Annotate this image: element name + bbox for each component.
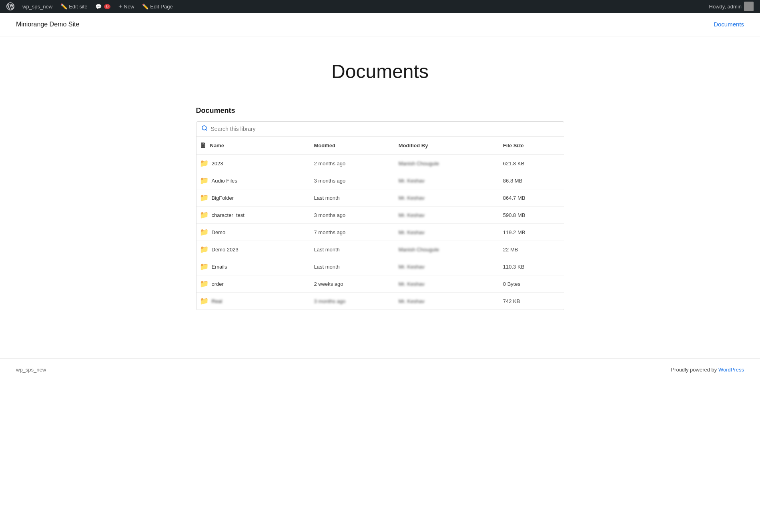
edit-page-icon: ✏️ bbox=[142, 4, 148, 10]
table-row[interactable]: 📁 Demo 7 months agoMr. Keshav119.2 MB bbox=[197, 224, 564, 241]
howdy-section: Howdy, admin bbox=[706, 2, 757, 11]
table-row[interactable]: 📁 2023 2 months agoManish Chougule621.8 … bbox=[197, 155, 564, 172]
site-footer: wp_sps_new Proudly powered by WordPress bbox=[0, 358, 760, 381]
cell-modified: 3 months ago bbox=[311, 293, 395, 310]
edit-site-label: Edit site bbox=[69, 4, 87, 10]
cell-modified: 7 months ago bbox=[311, 224, 395, 241]
avatar bbox=[744, 2, 754, 11]
comment-count: 0 bbox=[104, 4, 110, 9]
plus-icon: + bbox=[118, 3, 122, 10]
table-row[interactable]: 📁 Emails Last monthMr. Keshav110.3 KB bbox=[197, 258, 564, 275]
cell-name: 📁 2023 bbox=[197, 155, 311, 172]
cell-name: 📁 Demo bbox=[197, 224, 311, 241]
nav-documents-link[interactable]: Documents bbox=[714, 21, 744, 28]
folder-name: BigFolder bbox=[212, 195, 234, 201]
folder-name: Demo 2023 bbox=[212, 247, 239, 253]
cell-modified: Last month bbox=[311, 189, 395, 207]
cell-modified: 3 months ago bbox=[311, 172, 395, 189]
site-name-button[interactable]: wp_sps_new bbox=[19, 2, 56, 11]
cell-modified-by: Mr. Keshav bbox=[395, 275, 500, 293]
cell-file-size: 86.8 MB bbox=[500, 172, 564, 189]
footer-site-name: wp_sps_new bbox=[16, 367, 46, 373]
folder-icon: 📁 bbox=[200, 297, 209, 305]
new-button[interactable]: + New bbox=[115, 1, 137, 12]
cell-modified: Last month bbox=[311, 241, 395, 258]
folder-name: Emails bbox=[212, 264, 227, 270]
wordpress-link[interactable]: WordPress bbox=[718, 367, 744, 373]
site-name-label: wp_sps_new bbox=[22, 4, 52, 10]
wp-logo-button[interactable] bbox=[3, 1, 18, 12]
cell-file-size: 110.3 KB bbox=[500, 258, 564, 275]
admin-bar: wp_sps_new ✏️ Edit site 💬 0 + New ✏️ Edi… bbox=[0, 0, 760, 13]
table-header: 🗎 Name Modified Modified By File Size bbox=[197, 137, 564, 155]
folder-icon: 📁 bbox=[200, 159, 209, 168]
howdy-text: Howdy, admin bbox=[709, 4, 742, 10]
col-modified-header: Modified bbox=[311, 137, 395, 155]
cell-modified: Last month bbox=[311, 258, 395, 275]
search-icon bbox=[201, 125, 208, 133]
table-body: 📁 2023 2 months agoManish Chougule621.8 … bbox=[197, 155, 564, 310]
cell-file-size: 119.2 MB bbox=[500, 224, 564, 241]
comment-icon: 💬 bbox=[95, 4, 102, 10]
cell-name: 📁 character_test bbox=[197, 207, 311, 224]
col-filesize-header: File Size bbox=[500, 137, 564, 155]
folder-icon: 📁 bbox=[200, 245, 209, 254]
col-modifiedby-header: Modified By bbox=[395, 137, 500, 155]
cell-file-size: 621.8 KB bbox=[500, 155, 564, 172]
footer-powered-by: Proudly powered by WordPress bbox=[671, 367, 744, 373]
cell-modified-by: Manish Chougule bbox=[395, 155, 500, 172]
cell-modified: 2 weeks ago bbox=[311, 275, 395, 293]
folder-icon: 📁 bbox=[200, 228, 209, 237]
cell-modified-by: Mr. Keshav bbox=[395, 224, 500, 241]
folder-icon: 📁 bbox=[200, 176, 209, 185]
cell-modified: 3 months ago bbox=[311, 207, 395, 224]
folder-icon: 📁 bbox=[200, 211, 209, 219]
cell-name: 📁 Emails bbox=[197, 258, 311, 275]
documents-section-title: Documents bbox=[196, 106, 564, 115]
library-container: 🗎 Name Modified Modified By File Size 📁 … bbox=[196, 121, 564, 310]
folder-name: Real bbox=[212, 298, 223, 304]
cell-file-size: 0 Bytes bbox=[500, 275, 564, 293]
folder-name: Audio Files bbox=[212, 178, 237, 184]
cell-name: 📁 Audio Files bbox=[197, 172, 311, 189]
folder-name: order bbox=[212, 281, 224, 287]
table-row[interactable]: 📁 Demo 2023 Last monthManish Chougule22 … bbox=[197, 241, 564, 258]
site-header: Miniorange Demo Site Documents bbox=[0, 13, 760, 36]
folder-icon: 📁 bbox=[200, 279, 209, 288]
folder-name: Demo bbox=[212, 229, 226, 235]
svg-line-1 bbox=[206, 129, 207, 130]
cell-file-size: 864.7 MB bbox=[500, 189, 564, 207]
documents-table: 🗎 Name Modified Modified By File Size 📁 … bbox=[197, 137, 564, 310]
table-row[interactable]: 📁 Real 3 months agoMr. Keshav742 KB bbox=[197, 293, 564, 310]
search-input[interactable] bbox=[211, 126, 559, 132]
table-wrap: 🗎 Name Modified Modified By File Size 📁 … bbox=[197, 137, 564, 310]
cell-modified-by: Mr. Keshav bbox=[395, 172, 500, 189]
cell-file-size: 742 KB bbox=[500, 293, 564, 310]
table-row[interactable]: 📁 Audio Files 3 months agoMr. Keshav86.8… bbox=[197, 172, 564, 189]
edit-site-icon: ✏️ bbox=[60, 3, 67, 10]
edit-page-label: Edit Page bbox=[150, 4, 172, 10]
page-title: Documents bbox=[196, 60, 564, 82]
edit-page-button[interactable]: ✏️ Edit Page bbox=[139, 2, 176, 11]
table-row[interactable]: 📁 order 2 weeks agoMr. Keshav0 Bytes bbox=[197, 275, 564, 293]
cell-modified-by: Mr. Keshav bbox=[395, 293, 500, 310]
table-row[interactable]: 📁 character_test 3 months agoMr. Keshav5… bbox=[197, 207, 564, 224]
table-row[interactable]: 📁 BigFolder Last monthMr. Keshav864.7 MB bbox=[197, 189, 564, 207]
cell-name: 📁 BigFolder bbox=[197, 189, 311, 207]
cell-modified-by: Mr. Keshav bbox=[395, 258, 500, 275]
main-content: Documents Documents 🗎 Name bbox=[180, 36, 580, 342]
cell-modified-by: Manish Chougule bbox=[395, 241, 500, 258]
search-bar bbox=[197, 122, 564, 137]
folder-name: character_test bbox=[212, 212, 245, 218]
cell-name: 📁 order bbox=[197, 275, 311, 293]
cell-name: 📁 Demo 2023 bbox=[197, 241, 311, 258]
folder-icon: 📁 bbox=[200, 193, 209, 202]
cell-file-size: 22 MB bbox=[500, 241, 564, 258]
comments-button[interactable]: 💬 0 bbox=[92, 2, 114, 11]
cell-modified-by: Mr. Keshav bbox=[395, 189, 500, 207]
cell-name: 📁 Real bbox=[197, 293, 311, 310]
edit-site-button[interactable]: ✏️ Edit site bbox=[57, 2, 90, 11]
file-doc-icon: 🗎 bbox=[200, 141, 207, 150]
site-title: Miniorange Demo Site bbox=[16, 21, 79, 28]
cell-modified: 2 months ago bbox=[311, 155, 395, 172]
